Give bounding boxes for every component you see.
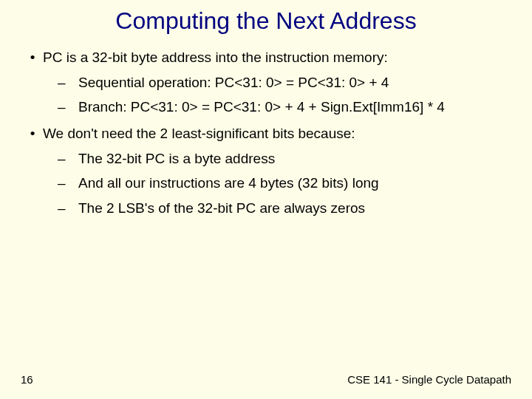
bullet-text: PC is a 32-bit byte address into the ins… <box>43 48 510 67</box>
slide-content: • PC is a 32-bit byte address into the i… <box>0 35 532 217</box>
bullet-icon: • <box>22 48 43 67</box>
sub-bullet-item: – Sequential operation: PC<31: 0> = PC<3… <box>58 73 510 92</box>
bullet-item: • PC is a 32-bit byte address into the i… <box>22 48 510 67</box>
sub-bullet-item: – The 32-bit PC is a byte address <box>58 149 510 168</box>
sub-bullet-item: – And all our instructions are 4 bytes (… <box>58 174 510 193</box>
slide-title: Computing the Next Address <box>0 0 532 35</box>
dash-icon: – <box>58 174 78 193</box>
sub-bullet-item: – The 2 LSB's of the 32-bit PC are alway… <box>58 199 510 218</box>
bullet-icon: • <box>22 124 43 143</box>
sub-bullet-text: The 2 LSB's of the 32-bit PC are always … <box>78 199 510 218</box>
course-footer: CSE 141 - Single Cycle Datapath <box>347 373 511 386</box>
bullet-item: • We don't need the 2 least-significant … <box>22 124 510 143</box>
sub-bullet-text: Sequential operation: PC<31: 0> = PC<31:… <box>78 73 510 92</box>
sub-bullet-item: – Branch: PC<31: 0> = PC<31: 0> + 4 + Si… <box>58 98 510 117</box>
slide: Computing the Next Address • PC is a 32-… <box>0 0 532 399</box>
bullet-text: We don't need the 2 least-significant bi… <box>43 124 510 143</box>
sub-bullet-text: And all our instructions are 4 bytes (32… <box>78 174 510 193</box>
sub-bullet-text: Branch: PC<31: 0> = PC<31: 0> + 4 + Sign… <box>78 98 510 117</box>
sub-bullet-text: The 32-bit PC is a byte address <box>78 149 510 168</box>
dash-icon: – <box>58 98 78 117</box>
dash-icon: – <box>58 149 78 168</box>
page-number: 16 <box>21 373 33 386</box>
dash-icon: – <box>58 73 78 92</box>
dash-icon: – <box>58 199 78 218</box>
